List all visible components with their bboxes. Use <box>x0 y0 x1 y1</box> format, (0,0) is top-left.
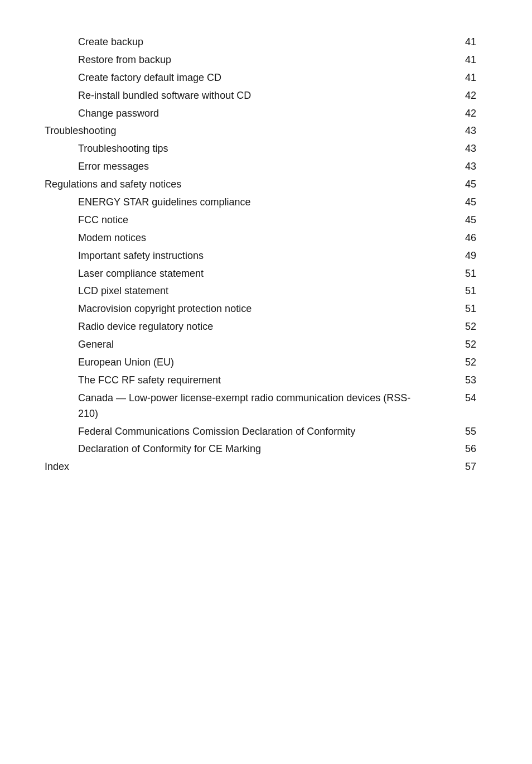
toc-label: ENERGY STAR guidelines compliance <box>45 194 421 212</box>
toc-label: Declaration of Conformity for CE Marking <box>45 440 421 458</box>
toc-row: Create backup41 <box>45 33 487 51</box>
toc-page: 42 <box>421 87 487 105</box>
toc-row: The FCC RF safety requirement53 <box>45 372 487 390</box>
toc-page: 53 <box>421 372 487 390</box>
toc-row: ENERGY STAR guidelines compliance45 <box>45 194 487 212</box>
toc-row: Error messages43 <box>45 158 487 176</box>
toc-row: Important safety instructions49 <box>45 247 487 265</box>
toc-row: Create factory default image CD41 <box>45 69 487 87</box>
toc-label: General <box>45 336 421 354</box>
toc-label: Troubleshooting tips <box>45 140 421 158</box>
toc-row: General52 <box>45 336 487 354</box>
toc-page: 51 <box>421 282 487 300</box>
toc-page: 52 <box>421 354 487 372</box>
toc-page: 42 <box>421 105 487 123</box>
toc-label: Re-install bundled software without CD <box>45 87 421 105</box>
toc-page: 54 <box>421 390 487 423</box>
toc-label: Change password <box>45 105 421 123</box>
toc-label: Radio device regulatory notice <box>45 318 421 336</box>
toc-label: LCD pixel statement <box>45 282 421 300</box>
toc-page: 46 <box>421 229 487 247</box>
toc-row: Laser compliance statement51 <box>45 265 487 283</box>
toc-row: Macrovision copyright protection notice5… <box>45 300 487 318</box>
toc-row: FCC notice45 <box>45 212 487 229</box>
toc-page: 41 <box>421 33 487 51</box>
toc-row: Troubleshooting tips43 <box>45 140 487 158</box>
toc-row: Index57 <box>45 458 487 476</box>
toc-table: Create backup41Restore from backup41Crea… <box>45 33 487 476</box>
toc-page: 41 <box>421 51 487 69</box>
toc-row: Federal Communications Comission Declara… <box>45 423 487 441</box>
toc-page: 52 <box>421 318 487 336</box>
toc-row: European Union (EU)52 <box>45 354 487 372</box>
toc-page: 55 <box>421 423 487 441</box>
toc-row: Declaration of Conformity for CE Marking… <box>45 440 487 458</box>
toc-page: 57 <box>421 458 487 476</box>
toc-page: 43 <box>421 122 487 140</box>
toc-page: 52 <box>421 336 487 354</box>
toc-label: Create backup <box>45 33 421 51</box>
toc-page: 51 <box>421 265 487 283</box>
toc-label: FCC notice <box>45 212 421 229</box>
toc-row: Troubleshooting43 <box>45 122 487 140</box>
toc-row: LCD pixel statement51 <box>45 282 487 300</box>
toc-page: 43 <box>421 140 487 158</box>
toc-label: Federal Communications Comission Declara… <box>45 423 421 441</box>
toc-label: Macrovision copyright protection notice <box>45 300 421 318</box>
toc-label: Create factory default image CD <box>45 69 421 87</box>
toc-row: Radio device regulatory notice52 <box>45 318 487 336</box>
toc-page: 45 <box>421 194 487 212</box>
toc-page: 51 <box>421 300 487 318</box>
toc-page: 43 <box>421 158 487 176</box>
toc-page: 56 <box>421 440 487 458</box>
toc-label: Error messages <box>45 158 421 176</box>
toc-row: Change password42 <box>45 105 487 123</box>
toc-label: European Union (EU) <box>45 354 421 372</box>
toc-row: Regulations and safety notices45 <box>45 176 487 194</box>
toc-page: 45 <box>421 212 487 229</box>
toc-label: Index <box>45 458 421 476</box>
toc-label: Troubleshooting <box>45 122 421 140</box>
toc-label: Canada — Low-power license-exempt radio … <box>45 390 421 423</box>
toc-label: Regulations and safety notices <box>45 176 421 194</box>
page: Create backup41Restore from backup41Crea… <box>0 0 532 764</box>
toc-row: Modem notices46 <box>45 229 487 247</box>
toc-label: Modem notices <box>45 229 421 247</box>
toc-label: Important safety instructions <box>45 247 421 265</box>
toc-row: Canada — Low-power license-exempt radio … <box>45 390 487 423</box>
toc-label: Restore from backup <box>45 51 421 69</box>
toc-row: Re-install bundled software without CD42 <box>45 87 487 105</box>
toc-row: Restore from backup41 <box>45 51 487 69</box>
toc-page: 49 <box>421 247 487 265</box>
toc-label: Laser compliance statement <box>45 265 421 283</box>
toc-page: 41 <box>421 69 487 87</box>
toc-label: The FCC RF safety requirement <box>45 372 421 390</box>
toc-page: 45 <box>421 176 487 194</box>
